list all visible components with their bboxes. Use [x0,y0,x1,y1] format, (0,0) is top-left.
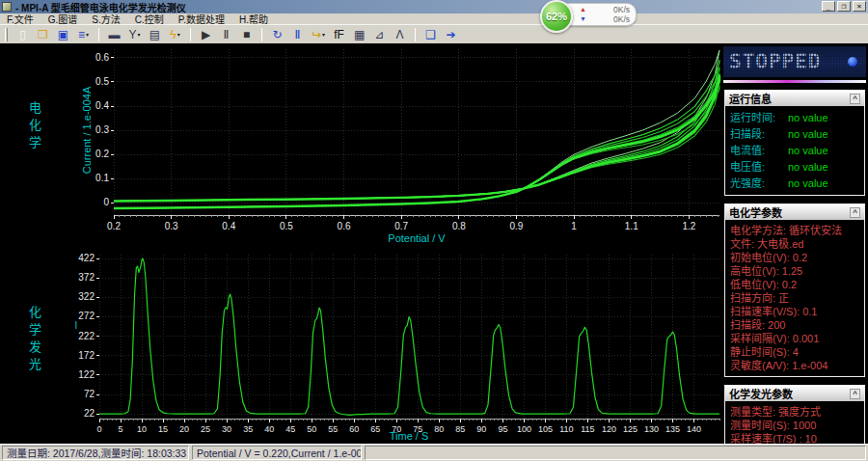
param-line: 扫描方向: 正 [730,291,859,305]
run-info-label: 电压值: [730,159,788,176]
open-file-icon[interactable]: ❒ [34,26,52,42]
run-info-panel: 运行信息 ^ 运行时间:no value扫描段:no value电流值:no v… [724,90,865,196]
run-info-label: 扫描段: [730,126,788,143]
y-tick-label: 0.1 [95,173,109,183]
y-tick-label: 0.3 [95,124,109,135]
y-tick-label: 22 [84,408,95,419]
x-tick-label: 0.5 [280,221,293,231]
param-line: 采样间隔(V): 0.001 [730,332,859,345]
x-tick-label: 120 [602,424,616,434]
ecl-chart[interactable]: 0510152025303540455055606570758085909510… [0,253,721,444]
collapse-icon[interactable]: ^ [850,94,860,104]
status-led-display: STOPPED [723,46,866,77]
baseline-icon[interactable]: ▬ [105,26,123,42]
x-tick-label: 45 [285,424,295,434]
run-info-value: no value [788,126,828,143]
cv-curve [114,76,719,208]
collapse-icon[interactable]: ^ [850,207,860,218]
upload-speed: 0K/s [613,5,630,14]
run-info-title: 运行信息 [729,91,772,106]
x-tick-label: 115 [581,424,594,434]
grid-view-icon[interactable]: ▦ [350,26,368,42]
x-tick-label: 0.3 [165,221,178,231]
status-spacer [365,446,866,460]
ec-params-panel: 电化学参数 ^ 电化学方法: 循环伏安法文件: 大电极.ed初始电位(V): 0… [724,203,865,377]
quick-run-icon[interactable]: ϟ▾ [166,26,184,42]
electrode-icon[interactable]: Ⅱ [288,26,307,42]
export-icon[interactable]: ↪▾ [309,26,328,42]
chart-workspace: 电化学 化学发光 0.20.30.40.50.60.70.80.911.11.2… [0,43,868,444]
reset-icon[interactable]: ↻ [268,26,286,42]
run-info-value: no value [788,143,828,159]
close-button[interactable]: ✕ [853,1,866,12]
exit-icon[interactable]: ➔ [442,26,460,42]
toolbar-separator [415,28,416,41]
run-info-row: 光强度:no value [730,176,859,192]
x-tick-label: 40 [264,424,274,434]
ecl-params-title: 化学发光参数 [729,386,793,401]
tool-select-icon[interactable]: Y▾ [125,26,144,42]
collapse-icon[interactable]: ^ [850,389,860,399]
title-bar: - MPI-A 型毛细管电泳电化学发光检测仪 _ ❐ ✕ [0,0,868,14]
font-icon[interactable]: fF [330,26,348,42]
toolbar: ▯❒▣≡▾▬Y▾▤ϟ▾▶Ⅱ■↻Ⅱ↪▾fF▦⊿Λ❑➔ [0,24,868,43]
download-arrow-icon: ▼ [580,14,586,24]
y-tick-label: 222 [78,331,95,341]
param-line: 测量类型: 强度方式 [730,405,859,419]
download-speed: 0K/s [613,14,630,24]
y-tick-label: 422 [78,253,95,263]
status-datetime: 测量日期: 2017/6/28,测量时间: 18:03:33 [2,446,189,460]
x-tick-label: 105 [538,424,553,434]
param-line: 扫描段: 200 [730,318,859,332]
y-tick-label: 0.4 [95,100,109,111]
upload-arrow-icon: ▲ [580,5,586,14]
x-tick-label: 100 [517,424,531,434]
x-tick-label: 110 [559,424,573,434]
led-separator [723,80,866,83]
restore-button[interactable]: ❐ [837,1,851,12]
cv-curve [114,68,719,208]
x-tick-label: 25 [201,424,210,434]
net-speed-panel: ▲0K/s ▼0K/s [565,3,637,26]
run-info-value: no value [788,176,828,192]
status-indicator-dot [848,57,857,67]
toolbar-grip [5,28,8,41]
start-icon[interactable]: ▶ [197,26,215,42]
cv-y-axis-title: Current / 1.e-004A [81,58,93,203]
x-tick-label: 35 [243,424,253,434]
minimize-button[interactable]: _ [822,1,835,12]
stop-icon[interactable]: ■ [237,26,256,42]
x-tick-label: 0.9 [510,221,524,231]
param-line: 初始电位(V): 0.2 [730,251,859,264]
peak-analysis-icon[interactable]: Λ [391,26,409,42]
y-tick-label: 72 [84,389,95,399]
right-panel: STOPPED 运行信息 ^ 运行时间:no value扫描段:no value… [721,43,868,444]
cv-chart[interactable]: 0.20.30.40.50.60.70.80.911.11.200.10.20.… [0,43,721,253]
memory-percent-gauge[interactable]: 62% [540,0,573,33]
x-tick-label: 1 [571,221,577,231]
y-tick-label: 172 [78,350,95,361]
ecl-y-axis-title: I [69,320,83,331]
data-list-icon[interactable]: ▤ [146,26,164,42]
curve-view-icon[interactable]: ⊿ [370,26,389,42]
param-line: 低电位(V): 0.2 [730,278,859,291]
cv-x-axis-title: Potential / V [320,232,513,244]
ec-params-title: 电化学参数 [729,204,782,220]
speed-gauge-overlay[interactable]: ▲0K/s ▼0K/s 62% [540,0,573,33]
run-info-value: no value [788,110,828,126]
ecl-trace [99,258,719,415]
run-info-value: no value [788,159,828,176]
status-cursor-readout: Potential / V = 0.220,Current / 1.e-004A… [192,446,362,460]
y-tick-label: 0.6 [95,52,109,63]
pause-icon[interactable]: Ⅱ [217,26,235,42]
new-file-icon[interactable]: ▯ [14,26,32,42]
y-tick-label: 372 [78,272,95,283]
x-tick-label: 0 [96,424,101,434]
toolbar-separator [190,28,191,41]
help-book-icon[interactable]: ❑ [421,26,440,42]
save-icon[interactable]: ▣ [54,26,72,42]
display-mode-icon[interactable]: ≡▾ [74,26,93,42]
run-info-row: 电流值:no value [730,143,859,159]
y-tick-label: 322 [78,291,95,302]
x-tick-label: 15 [158,424,168,434]
